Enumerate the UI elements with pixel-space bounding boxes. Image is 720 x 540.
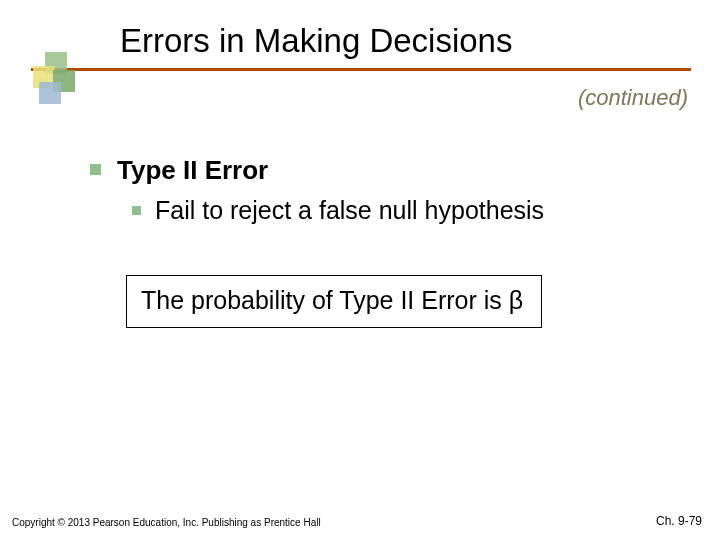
list-item: Fail to reject a false null hypothesis [132,196,680,225]
square-bullet-icon [90,164,101,175]
body-content: Type II Error Fail to reject a false nul… [90,155,680,225]
list-item: Type II Error [90,155,680,186]
probability-box: The probability of Type II Error is β [126,275,542,328]
page-number: Ch. 9-79 [656,514,702,528]
logo-icon [33,52,91,110]
bullet-lvl1-text: Type II Error [117,155,268,186]
square-bullet-icon [132,206,141,215]
bullet-lvl2-text: Fail to reject a false null hypothesis [155,196,544,225]
slide: Errors in Making Decisions (continued) T… [0,0,720,540]
slide-title: Errors in Making Decisions [120,22,512,60]
copyright-text: Copyright © 2013 Pearson Education, Inc.… [12,517,321,528]
continued-label: (continued) [578,85,688,111]
title-underline [31,68,691,71]
